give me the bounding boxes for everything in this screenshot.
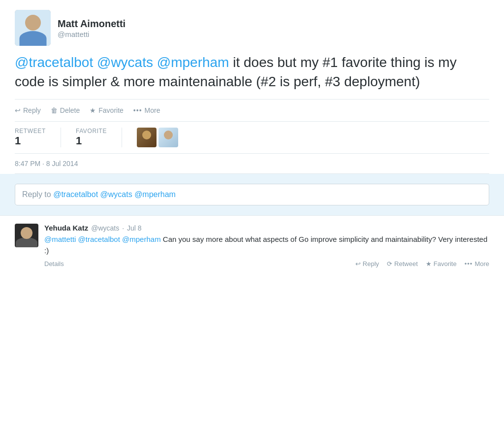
related-details[interactable]: Details: [44, 260, 64, 267]
retweet-count[interactable]: 1: [15, 134, 46, 147]
reply-icon: ↩: [15, 106, 21, 114]
fav-avatar-2[interactable]: [158, 128, 178, 147]
related-date[interactable]: Jul 8: [127, 224, 142, 232]
more-button[interactable]: ••• More: [133, 104, 160, 116]
related-content: Yehuda Katz @wycats · Jul 8 @mattetti @t…: [44, 224, 489, 267]
favorite-label: FAVORITE: [76, 128, 107, 134]
reply-button[interactable]: ↩ Reply: [15, 104, 41, 116]
more-label: More: [145, 106, 160, 114]
stats-section: RETWEET 1 FAVORITE 1: [15, 122, 489, 154]
retweet-stat: RETWEET 1: [15, 128, 61, 147]
reply-placeholder-text: Reply to @tracetalbot @wycats @mperham: [22, 190, 176, 199]
tweet-timestamp: 8:47 PM · 8 Jul 2014: [15, 154, 489, 174]
related-display-name[interactable]: Yehuda Katz: [44, 224, 88, 232]
reply-section: Reply to @tracetalbot @wycats @mperham: [0, 174, 504, 215]
related-more-label: More: [474, 260, 489, 267]
related-reply-button[interactable]: ↩ Reply: [355, 260, 379, 267]
related-reply-label: Reply: [363, 260, 379, 267]
related-reply-icon: ↩: [355, 260, 361, 267]
display-name[interactable]: Matt Aimonetti: [58, 17, 126, 30]
reply-mentions: @tracetalbot @wycats @mperham: [53, 190, 176, 199]
reply-label: Reply: [23, 106, 41, 114]
delete-button[interactable]: 🗑 Delete: [51, 104, 80, 116]
favorited-avatars: [137, 128, 178, 147]
related-header: Yehuda Katz @wycats · Jul 8: [44, 224, 489, 232]
tweet-header: Matt Aimonetti @mattetti: [15, 10, 489, 46]
screen-name[interactable]: @mattetti: [58, 30, 126, 38]
related-avatar[interactable]: [15, 224, 38, 247]
trash-icon: 🗑: [51, 106, 58, 114]
related-action-btns: ↩ Reply ⟳ Retweet ★ Favorite ••• More: [355, 260, 489, 267]
related-retweet-button[interactable]: ⟳ Retweet: [387, 260, 418, 267]
related-screen-name[interactable]: @wycats: [91, 224, 119, 232]
related-mention-tracetalbot[interactable]: @tracetalbot: [78, 235, 120, 243]
related-tweet-text: @mattetti @tracetalbot @mperham Can you …: [44, 234, 489, 256]
related-mention-mattetti[interactable]: @mattetti: [44, 235, 76, 243]
retweet-label: RETWEET: [15, 128, 46, 134]
avatar[interactable]: [15, 10, 51, 46]
user-info: Matt Aimonetti @mattetti: [58, 17, 126, 38]
favorite-stat: FAVORITE 1: [76, 128, 122, 147]
related-separator: ·: [122, 224, 124, 232]
related-favorite-button[interactable]: ★ Favorite: [426, 260, 457, 267]
mention-tracetalbot[interactable]: @tracetalbot: [15, 55, 93, 70]
tweet-text: @tracetalbot @wycats @mperham it does bu…: [15, 53, 489, 91]
related-star-icon: ★: [426, 260, 432, 267]
tweet-actions: ↩ Reply 🗑 Delete ★ Favorite ••• More: [15, 99, 489, 122]
related-retweet-label: Retweet: [394, 260, 418, 267]
reply-input-wrap[interactable]: Reply to @tracetalbot @wycats @mperham: [15, 184, 489, 205]
related-more-icon: •••: [465, 260, 473, 267]
star-icon: ★: [90, 106, 96, 114]
delete-label: Delete: [60, 106, 80, 114]
related-tweet-section: Yehuda Katz @wycats · Jul 8 @mattetti @t…: [0, 215, 504, 275]
mention-mperham[interactable]: @mperham: [157, 55, 229, 70]
related-actions-row: Details ↩ Reply ⟳ Retweet ★ Favorite: [44, 260, 489, 267]
more-icon: •••: [133, 106, 142, 114]
related-more-button[interactable]: ••• More: [465, 260, 489, 267]
favorite-label: Favorite: [98, 106, 124, 114]
favorite-count[interactable]: 1: [76, 134, 107, 147]
related-mention-mperham[interactable]: @mperham: [122, 235, 161, 243]
favorite-button[interactable]: ★ Favorite: [90, 104, 124, 116]
related-retweet-icon: ⟳: [387, 260, 392, 267]
related-favorite-label: Favorite: [434, 260, 457, 267]
main-tweet-container: Matt Aimonetti @mattetti @tracetalbot @w…: [0, 0, 504, 174]
related-tweet: Yehuda Katz @wycats · Jul 8 @mattetti @t…: [15, 224, 489, 267]
fav-avatar-1[interactable]: [137, 128, 157, 147]
reply-prefix: Reply to: [22, 190, 53, 199]
mention-wycats[interactable]: @wycats: [97, 55, 153, 70]
